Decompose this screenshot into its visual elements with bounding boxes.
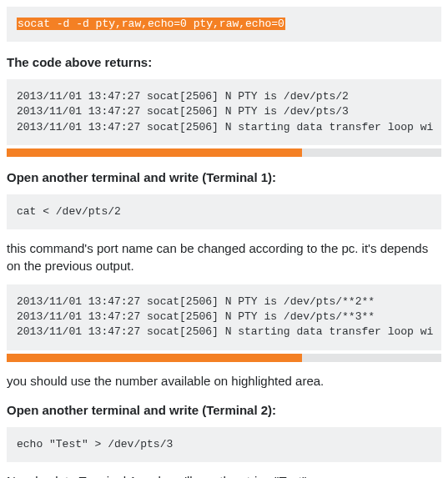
code-block-5: echo "Test" > /dev/pts/3 [7, 427, 441, 462]
horizontal-scrollbar[interactable] [7, 148, 441, 157]
code-block-2: 2013/11/01 13:47:27 socat[2506] N PTY is… [7, 79, 441, 145]
paragraph-result: Now back to Terminal 1 and you'll see th… [7, 472, 441, 478]
code-line: 2013/11/01 13:47:27 socat[2506] N starti… [17, 325, 433, 338]
code-line: cat < /dev/pts/2 [17, 205, 121, 218]
paragraph-portname: this command's port name can be changed … [7, 239, 441, 274]
heading-returns: The code above returns: [7, 53, 441, 71]
scrollbar-thumb[interactable] [7, 354, 302, 362]
heading-terminal2: Open another terminal and write (Termina… [7, 401, 441, 419]
code-line: 2013/11/01 13:47:27 socat[2506] N PTY is… [17, 105, 349, 118]
heading-terminal1: Open another terminal and write (Termina… [7, 169, 441, 186]
highlighted-code: socat -d -d pty,raw,echo=0 pty,raw,echo=… [17, 18, 285, 30]
code-line: echo "Test" > /dev/pts/3 [17, 438, 173, 450]
code-block-3: cat < /dev/pts/2 [7, 194, 441, 229]
code-line: 2013/11/01 13:47:27 socat[2506] N PTY is… [17, 310, 375, 323]
horizontal-scrollbar[interactable] [7, 354, 441, 362]
code-line: 2013/11/01 13:47:27 socat[2506] N PTY is… [17, 90, 349, 103]
code-line: 2013/11/01 13:47:27 socat[2506] N PTY is… [17, 295, 375, 308]
code-line: 2013/11/01 13:47:27 socat[2506] N starti… [17, 121, 433, 133]
code-block-4: 2013/11/01 13:47:27 socat[2506] N PTY is… [7, 284, 441, 350]
paragraph-highlighted: you should use the number available on h… [7, 372, 441, 390]
scrollbar-thumb[interactable] [7, 148, 302, 157]
code-block-1: socat -d -d pty,raw,echo=0 pty,raw,echo=… [7, 7, 441, 42]
